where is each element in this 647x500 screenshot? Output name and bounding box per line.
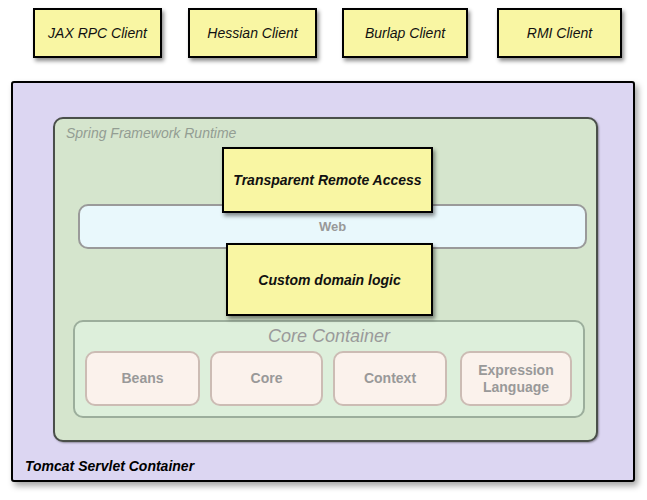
module-box-expression-language: Expression Language: [460, 351, 572, 406]
tomcat-container-label: Tomcat Servlet Container: [25, 458, 194, 474]
client-box-hessian: Hessian Client: [188, 8, 317, 58]
client-label: Hessian Client: [207, 25, 297, 41]
module-label: Context: [364, 370, 416, 387]
module-label: Expression Language: [468, 362, 564, 396]
remote-access-label: Transparent Remote Access: [233, 172, 421, 188]
transparent-remote-access-box: Transparent Remote Access: [222, 147, 433, 213]
module-box-context: Context: [333, 351, 447, 406]
client-box-rmi: RMI Client: [497, 8, 622, 58]
core-container: Core Container Beans Core Context Expres…: [73, 320, 585, 418]
web-layer-label: Web: [319, 219, 346, 234]
client-label: RMI Client: [527, 25, 592, 41]
core-container-title: Core Container: [75, 326, 583, 347]
domain-logic-label: Custom domain logic: [258, 272, 400, 288]
client-box-burlap: Burlap Client: [342, 8, 468, 58]
module-box-core: Core: [210, 351, 323, 406]
module-box-beans: Beans: [85, 351, 200, 406]
client-box-jax-rpc: JAX RPC Client: [33, 8, 162, 58]
custom-domain-logic-box: Custom domain logic: [226, 243, 433, 316]
client-label: Burlap Client: [365, 25, 445, 41]
tomcat-servlet-container: Spring Framework Runtime Web Core Contai…: [11, 81, 635, 482]
spring-runtime-label: Spring Framework Runtime: [66, 125, 236, 141]
spring-architecture-diagram: JAX RPC Client Hessian Client Burlap Cli…: [0, 0, 647, 500]
spring-framework-runtime: Spring Framework Runtime Web Core Contai…: [53, 117, 598, 442]
client-label: JAX RPC Client: [48, 25, 147, 41]
module-label: Core: [251, 370, 283, 387]
module-label: Beans: [121, 370, 163, 387]
